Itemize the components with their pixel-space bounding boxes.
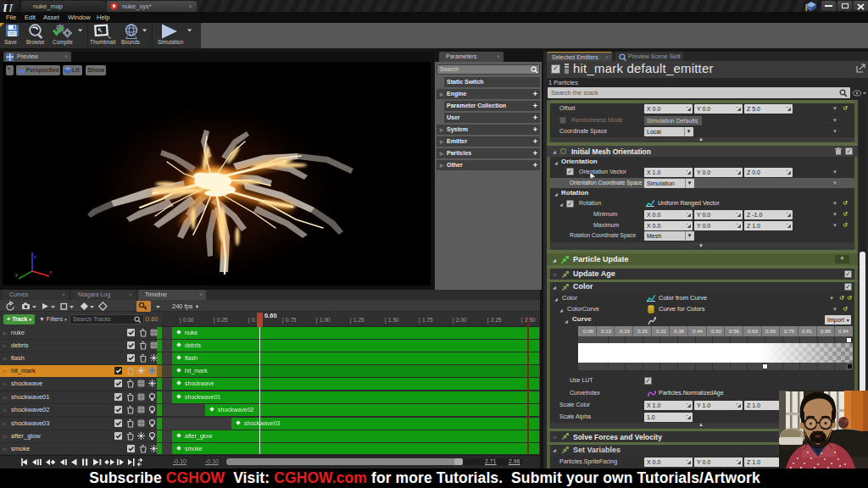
svg-text:x: x <box>49 269 52 274</box>
svg-text:z: z <box>34 254 36 259</box>
svg-text:y: y <box>15 272 18 277</box>
